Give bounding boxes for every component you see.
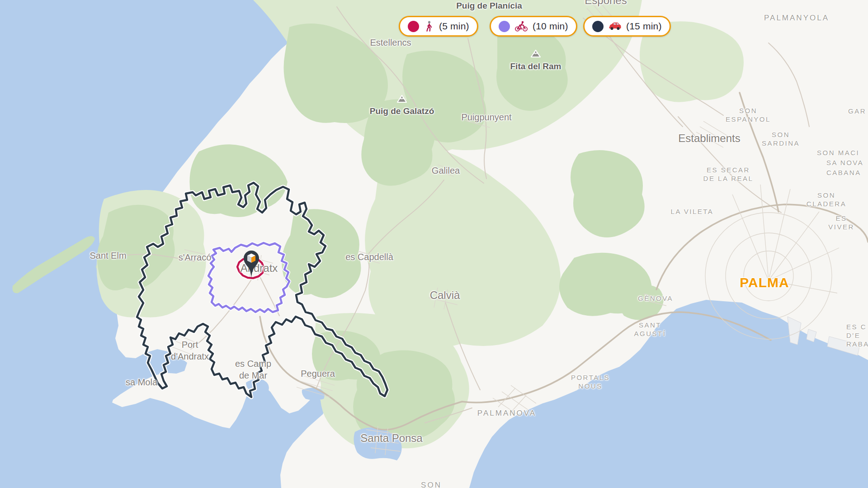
driving-isochrone-dot bbox=[592, 21, 604, 32]
pedestrian-icon bbox=[424, 20, 434, 32]
legend-label-cycling: (10 min) bbox=[533, 21, 568, 32]
walking-isochrone-dot bbox=[408, 21, 419, 32]
legend-label-driving: (15 min) bbox=[626, 21, 662, 32]
cycling-isochrone-dot bbox=[499, 21, 510, 32]
legend-pill-cycling[interactable]: (10 min) bbox=[490, 16, 577, 37]
location-marker-pin[interactable] bbox=[243, 250, 260, 280]
basemap-svg bbox=[0, 0, 868, 488]
car-icon bbox=[608, 21, 622, 32]
legend-pill-driving[interactable]: (15 min) bbox=[583, 16, 671, 37]
cyclist-icon bbox=[514, 20, 528, 32]
legend-pill-walking[interactable]: (5 min) bbox=[399, 16, 478, 37]
legend-label-walking: (5 min) bbox=[439, 21, 469, 32]
map-canvas[interactable]: Puig de Planícia Esporles PALMANYOLA Est… bbox=[0, 0, 868, 488]
